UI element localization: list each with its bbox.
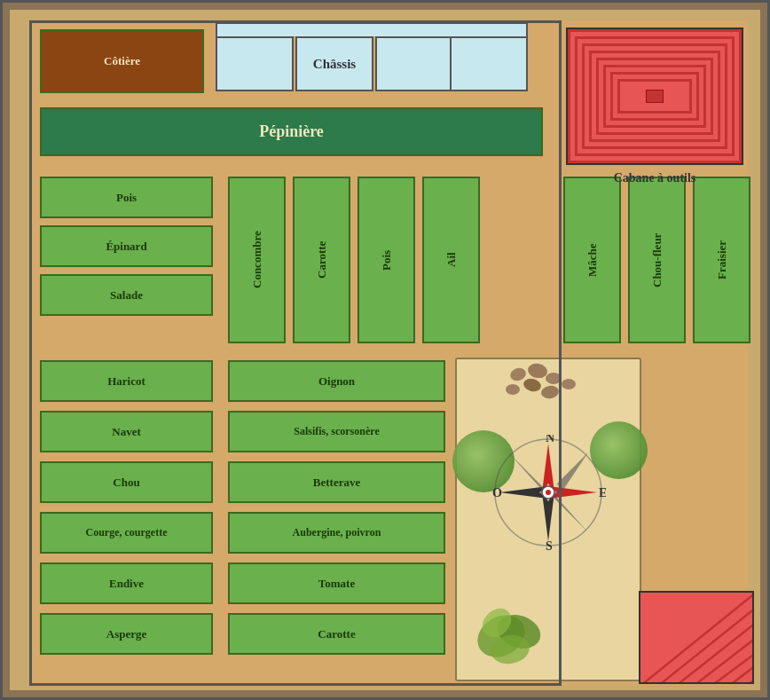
bed-epinard: Épinard [40, 225, 213, 267]
cotiere-label: Côtière [104, 54, 140, 68]
bed-mache-label: Mâche [585, 243, 600, 277]
bed-choufleur-label: Chou-fleur [650, 232, 664, 287]
compass-rose: N S E O [491, 435, 606, 550]
rock-4 [522, 377, 543, 394]
svg-point-10 [546, 490, 551, 495]
svg-text:S: S [546, 539, 553, 550]
bed-oignon: Oignon [228, 360, 445, 402]
tool-shed [566, 28, 743, 165]
bed-fraisier: Fraisier [693, 177, 750, 343]
bed-aubergine: Aubergine, poivron [228, 512, 445, 554]
svg-marker-2 [542, 492, 554, 541]
rock-6 [540, 384, 560, 399]
bed-concombre-label: Concombre [250, 232, 264, 289]
bed-carotte-bottom-label: Carotte [318, 627, 355, 641]
bed-oignon-label: Oignon [318, 374, 355, 389]
svg-text:N: N [546, 435, 554, 444]
garden-map: Côtière Châssis Pépinière Pois Épinard S… [0, 0, 770, 700]
bed-ail-label: Ail [444, 253, 459, 268]
bed-fraisier-label: Fraisier [715, 240, 729, 279]
bed-carotte-bottom: Carotte [228, 613, 445, 655]
bed-navet: Navet [40, 411, 213, 452]
pepiniere-bed: Pépinière [40, 107, 543, 156]
bed-salade: Salade [40, 274, 213, 316]
bed-haricot: Haricot [40, 360, 213, 402]
chassis-top-bar [216, 22, 528, 36]
compass-area: N S E O [455, 358, 641, 681]
bed-ail: Ail [422, 177, 480, 343]
bed-pois-left: Pois [40, 177, 213, 218]
rock-5 [506, 384, 520, 395]
bed-aubergine-label: Aubergine, poivron [293, 526, 381, 539]
bed-pois-left-label: Pois [116, 191, 137, 205]
bed-tomate: Tomate [228, 562, 445, 604]
bed-pois-vert: Pois [358, 177, 415, 343]
bed-epinard-label: Épinard [106, 240, 146, 254]
chassis-panel-2: Châssis [295, 36, 373, 91]
bed-salsifis-label: Salsifis, scorsonère [294, 425, 379, 438]
svg-text:E: E [599, 486, 606, 499]
cotiere-bed: Côtière [40, 29, 204, 93]
bed-haricot-label: Haricot [107, 374, 145, 389]
svg-marker-1 [542, 444, 554, 492]
chassis-panel-4 [450, 36, 528, 91]
bed-salsifis: Salsifis, scorsonère [228, 411, 445, 452]
bed-betterave: Betterave [228, 461, 445, 503]
bed-carotte-vert-label: Carotte [315, 241, 329, 279]
rock-7 [562, 379, 576, 389]
bed-asperge: Asperge [40, 613, 213, 655]
bed-carotte-vert: Carotte [293, 177, 350, 343]
bed-chou: Chou [40, 461, 213, 503]
bed-chou-label: Chou [113, 476, 139, 490]
bed-asperge-label: Asperge [106, 627, 147, 641]
bed-choufleur: Chou-fleur [628, 177, 686, 343]
bed-mache: Mâche [563, 177, 621, 343]
svg-text:O: O [492, 486, 502, 499]
chassis-label: Châssis [313, 57, 356, 72]
bed-salade-label: Salade [110, 288, 143, 303]
bed-courge-label: Courge, courgette [86, 526, 168, 539]
bed-navet-label: Navet [112, 425, 141, 439]
cabane-text: Cabane à outils [614, 171, 696, 185]
pepiniere-label: Pépinière [259, 122, 324, 141]
chassis-panel-1 [216, 36, 294, 91]
cabane-label: Cabane à outils [566, 171, 743, 185]
bottom-right-decoration [639, 591, 754, 684]
bed-pois-vert-label: Pois [380, 249, 394, 270]
plant-decoration [475, 605, 554, 671]
bed-tomate-label: Tomate [318, 577, 355, 591]
bed-betterave-label: Betterave [313, 476, 360, 490]
bed-concombre: Concombre [228, 177, 286, 343]
bed-endive: Endive [40, 562, 213, 604]
svg-marker-5 [553, 452, 588, 492]
bed-endive-label: Endive [109, 577, 144, 591]
chassis-panel-3 [375, 36, 453, 91]
bed-courge: Courge, courgette [40, 512, 213, 554]
rock-3 [546, 373, 562, 384]
